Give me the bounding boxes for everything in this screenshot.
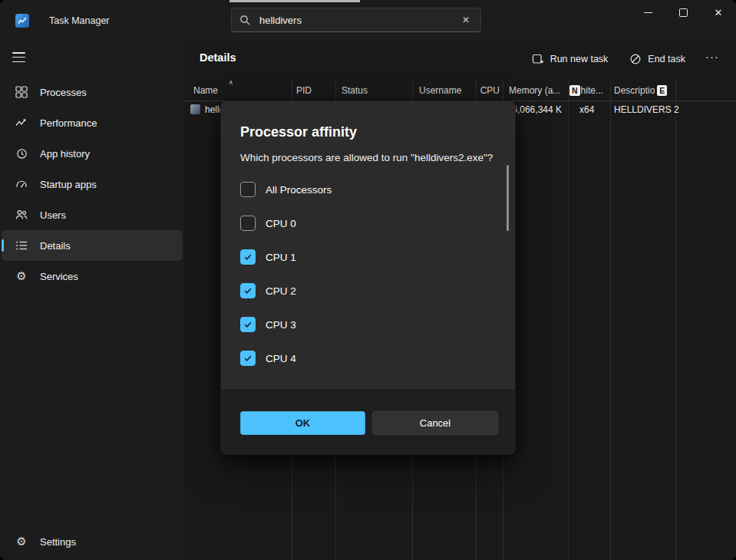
minimize-button[interactable] <box>630 0 665 25</box>
sidebar-item-startup-apps[interactable]: Startup apps <box>2 169 183 199</box>
performance-chart-icon <box>15 117 28 129</box>
page-title: Details <box>200 51 236 64</box>
sidebar-nav: Processes Performance App history St <box>0 77 184 292</box>
checkbox-all-processors[interactable]: All Processors <box>240 173 496 206</box>
processes-grid-icon <box>15 86 28 98</box>
search-input[interactable] <box>258 14 451 27</box>
sidebar-item-users[interactable]: Users <box>2 199 183 230</box>
dialog-footer: OK Cancel <box>221 390 515 454</box>
search-box[interactable]: ✕ <box>231 8 481 32</box>
process-description-cell: HELLDIVERS 2 <box>610 101 733 117</box>
sidebar: Processes Performance App history St <box>0 41 184 560</box>
app-title: Task Manager <box>49 15 110 26</box>
history-clock-icon <box>15 147 28 160</box>
end-task-button[interactable]: End task <box>620 48 695 71</box>
task-manager-window: Task Manager ✕ ✕ <box>0 0 736 560</box>
sidebar-item-details[interactable]: Details <box>2 230 183 261</box>
dialog-body: Processor affinity Which processors are … <box>221 101 515 390</box>
checkbox-cpu-1[interactable]: CPU 1 <box>240 240 496 274</box>
column-gridline <box>568 80 569 560</box>
sidebar-item-app-history[interactable]: App history <box>2 138 183 169</box>
services-gear-icon: ⚙ <box>15 270 28 282</box>
dialog-scrollbar-thumb[interactable] <box>507 165 509 231</box>
sidebar-item-label: Settings <box>40 536 76 548</box>
sidebar-item-settings[interactable]: ⚙ Settings <box>2 526 183 557</box>
search-clear-icon[interactable]: ✕ <box>459 13 473 27</box>
task-manager-logo-icon <box>15 14 29 28</box>
processor-checkbox-list: All Processors CPU 0 CPU 1 CPU 2 CPU 3 <box>240 173 496 375</box>
window-controls: ✕ <box>630 0 736 25</box>
overlay-hint-badge: N <box>569 85 580 96</box>
checkbox[interactable] <box>240 317 256 332</box>
sidebar-item-label: Startup apps <box>40 179 97 190</box>
column-header-name[interactable]: Name <box>184 80 292 100</box>
sidebar-item-label: Details <box>40 240 71 252</box>
column-gridline <box>675 80 676 560</box>
minimize-icon <box>644 12 652 13</box>
close-button[interactable]: ✕ <box>701 0 736 25</box>
checkbox-label: CPU 0 <box>266 218 296 229</box>
run-new-task-label: Run new task <box>550 54 609 64</box>
checkbox[interactable] <box>240 182 256 197</box>
end-task-label: End task <box>648 54 685 64</box>
more-options-button[interactable]: ··· <box>698 48 727 70</box>
dialog-prompt: Which processors are allowed to run "hel… <box>240 151 496 165</box>
sidebar-item-label: Users <box>40 209 66 221</box>
details-list-icon <box>15 239 28 252</box>
column-header-memory[interactable]: Memory (a... <box>503 80 568 100</box>
column-gridline <box>610 80 611 560</box>
sidebar-item-processes[interactable]: Processes <box>2 77 183 107</box>
end-task-icon <box>629 53 642 65</box>
checkbox-label: CPU 3 <box>266 319 296 331</box>
titlebar: Task Manager ✕ ✕ <box>0 0 736 41</box>
checkbox-label: All Processors <box>266 184 332 196</box>
ok-button[interactable]: OK <box>240 411 365 435</box>
overlay-hint-badge: E <box>657 85 667 96</box>
process-icon <box>190 104 200 114</box>
table-header: ∧ Name PID Status Username CPU Memory (a… <box>184 80 736 101</box>
column-header-status[interactable]: Status <box>335 80 412 100</box>
checkbox-cpu-3[interactable]: CPU 3 <box>240 308 496 341</box>
close-icon: ✕ <box>715 7 723 18</box>
column-header-description[interactable]: Descriptio E <box>610 80 675 100</box>
search-icon <box>239 15 250 25</box>
sidebar-item-label: Processes <box>40 87 87 98</box>
column-header-pid[interactable]: PID <box>292 80 335 100</box>
checkbox[interactable] <box>240 216 256 231</box>
users-icon <box>15 209 28 221</box>
maximize-icon <box>679 8 688 17</box>
checkbox-cpu-0[interactable]: CPU 0 <box>240 206 496 240</box>
checkbox-cpu-4[interactable]: CPU 4 <box>240 341 496 375</box>
run-new-task-button[interactable]: Run new task <box>523 48 618 71</box>
maximize-button[interactable] <box>665 0 701 25</box>
sidebar-item-services[interactable]: ⚙ Services <box>2 261 183 292</box>
column-header-username[interactable]: Username <box>412 80 476 100</box>
sidebar-item-label: Services <box>40 271 78 282</box>
dialog-title: Processor affinity <box>240 123 496 141</box>
sidebar-item-label: App history <box>40 148 90 160</box>
startup-gauge-icon <box>15 178 28 190</box>
checkbox[interactable] <box>240 351 256 366</box>
sidebar-item-performance[interactable]: Performance <box>2 107 183 138</box>
column-header-cpu[interactable]: CPU <box>476 80 503 100</box>
cancel-button[interactable]: Cancel <box>372 411 498 435</box>
checkbox-label: CPU 1 <box>266 252 296 263</box>
column-header-architecture[interactable]: N hite... <box>568 80 610 100</box>
checkbox-label: CPU 2 <box>266 285 296 297</box>
toolbar: Run new task End task ··· <box>523 48 727 71</box>
checkbox-label: CPU 4 <box>266 353 296 364</box>
checkbox[interactable] <box>240 283 256 298</box>
hamburger-menu-icon[interactable] <box>12 52 25 62</box>
checkbox[interactable] <box>240 249 256 265</box>
processor-affinity-dialog: Processor affinity Which processors are … <box>220 100 516 455</box>
checkbox-cpu-2[interactable]: CPU 2 <box>240 274 496 308</box>
run-new-task-icon <box>532 53 544 65</box>
settings-gear-icon: ⚙ <box>15 535 28 548</box>
sidebar-item-label: Performance <box>40 117 97 129</box>
process-architecture-cell: x64 <box>568 101 610 117</box>
